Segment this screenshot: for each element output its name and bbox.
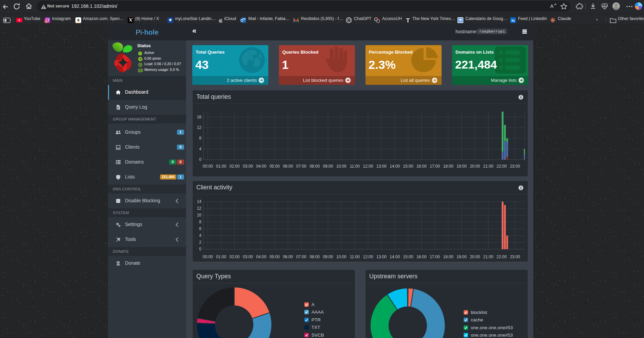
svg-text:4: 4 (199, 147, 201, 151)
svg-text:19:00: 19:00 (457, 255, 467, 259)
svg-text:T: T (406, 17, 410, 24)
svg-text:31: 31 (459, 19, 462, 22)
svg-text:16: 16 (197, 115, 202, 119)
svg-text:8: 8 (199, 136, 201, 140)
svg-text:18:00: 18:00 (443, 255, 453, 259)
svg-text:12: 12 (197, 206, 202, 211)
svg-text:01:00: 01:00 (216, 255, 226, 259)
svg-text:21:00: 21:00 (483, 255, 493, 259)
svg-text:05:00: 05:00 (269, 255, 280, 259)
svg-text:15:00: 15:00 (403, 164, 413, 169)
svg-text:14:00: 14:00 (390, 255, 400, 259)
svg-text:20:00: 20:00 (470, 164, 480, 169)
svg-text:04:00: 04:00 (256, 164, 266, 169)
svg-text:07:00: 07:00 (296, 255, 306, 259)
svg-text:8: 8 (199, 220, 201, 224)
svg-text:09:00: 09:00 (323, 164, 333, 169)
svg-text:09:00: 09:00 (323, 255, 333, 259)
svg-text:03:00: 03:00 (243, 164, 253, 169)
svg-text:6: 6 (199, 226, 201, 231)
svg-text:08:00: 08:00 (309, 255, 320, 259)
svg-text:01:00: 01:00 (216, 164, 226, 169)
svg-text:02:00: 02:00 (229, 164, 239, 169)
svg-text:a: a (77, 18, 79, 22)
svg-text:11:00: 11:00 (350, 164, 360, 169)
svg-text:12:00: 12:00 (363, 255, 373, 259)
svg-text:05:00: 05:00 (269, 164, 280, 169)
svg-text:18:00: 18:00 (443, 164, 453, 169)
svg-text:13:00: 13:00 (376, 164, 387, 169)
svg-text:10:00: 10:00 (336, 255, 346, 259)
svg-text:2: 2 (199, 240, 201, 245)
svg-text:10: 10 (197, 213, 202, 218)
svg-text:23:00: 23:00 (510, 255, 520, 259)
svg-text:08:00: 08:00 (309, 164, 320, 169)
svg-text:04:00: 04:00 (256, 255, 266, 259)
svg-text:06:00: 06:00 (283, 164, 293, 169)
svg-text:16:00: 16:00 (416, 255, 427, 259)
svg-text:13:00: 13:00 (376, 255, 387, 259)
svg-text:14:00: 14:00 (390, 164, 400, 169)
svg-text:4: 4 (199, 233, 201, 238)
svg-text:12: 12 (197, 125, 202, 130)
svg-text:21:00: 21:00 (483, 164, 493, 169)
svg-text:14: 14 (197, 199, 202, 204)
svg-text:16:00: 16:00 (416, 164, 427, 169)
svg-text:03:00: 03:00 (243, 255, 253, 259)
svg-text:17:00: 17:00 (430, 255, 440, 259)
svg-text:11:00: 11:00 (350, 255, 360, 259)
svg-text:02:00: 02:00 (229, 255, 239, 259)
svg-text:23:00: 23:00 (510, 164, 520, 169)
svg-text:12:00: 12:00 (363, 164, 373, 169)
svg-text:00:00: 00:00 (203, 164, 213, 169)
svg-text:00:00: 00:00 (203, 255, 213, 259)
svg-text:07:00: 07:00 (296, 164, 306, 169)
svg-text:17:00: 17:00 (430, 164, 440, 169)
svg-text:06:00: 06:00 (283, 255, 293, 259)
svg-text:in: in (512, 18, 515, 22)
svg-text:22:00: 22:00 (497, 164, 507, 169)
svg-text:0: 0 (199, 247, 201, 251)
svg-text:15:00: 15:00 (403, 255, 413, 259)
svg-text:20:00: 20:00 (470, 255, 480, 259)
svg-text:22:00: 22:00 (497, 255, 507, 259)
svg-text:10:00: 10:00 (336, 164, 346, 169)
svg-text:19:00: 19:00 (457, 164, 467, 169)
svg-text:0: 0 (199, 157, 201, 162)
